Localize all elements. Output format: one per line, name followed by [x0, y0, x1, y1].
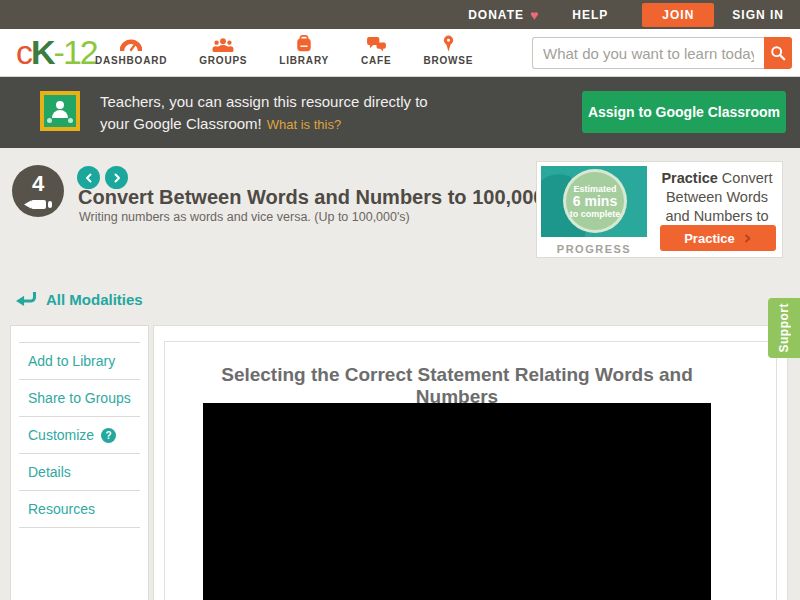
search-icon	[770, 45, 786, 61]
sidebar-item-customize[interactable]: Customize?	[19, 417, 140, 454]
nav-item-library[interactable]: LIBRARY	[279, 34, 329, 66]
logo-k: K	[31, 33, 54, 71]
banner-line2: your Google Classroom!	[100, 115, 262, 132]
banner-line2-wrap: your Google Classroom!What is this?	[100, 113, 428, 136]
dashboard-gauge-icon	[120, 34, 142, 52]
main-content-panel: Selecting the Correct Statement Relating…	[153, 325, 788, 600]
video-player[interactable]	[203, 403, 711, 600]
sign-in-link[interactable]: SIGN IN	[732, 8, 784, 22]
nav-item-browse[interactable]: BROWSE	[423, 34, 473, 66]
content-inner-box: Selecting the Correct Statement Relating…	[164, 341, 777, 600]
nav-items: DASHBOARD GROUPS LIBRARY CAFE	[95, 34, 473, 66]
what-is-this-link[interactable]: What is this?	[267, 117, 341, 132]
search-button[interactable]	[764, 37, 792, 69]
google-classroom-banner: Teachers, you can assign this resource d…	[0, 77, 800, 148]
banner-line1: Teachers, you can assign this resource d…	[100, 91, 428, 113]
nav-label: CAFE	[361, 55, 391, 66]
sidebar-item-share-to-groups[interactable]: Share to Groups	[19, 380, 140, 417]
nav-label: DASHBOARD	[95, 55, 167, 66]
estimated-label: Estimated	[573, 184, 616, 194]
ck12-logo[interactable]: cK-12	[16, 33, 97, 72]
nav-item-cafe[interactable]: CAFE	[361, 34, 391, 66]
sidebar-item-label: Resources	[28, 501, 95, 517]
nav-item-dashboard[interactable]: DASHBOARD	[95, 34, 167, 66]
classroom-person-head	[56, 101, 64, 109]
sidebar-item-add-to-library[interactable]: Add to Library	[19, 343, 140, 380]
practice-card: Estimated 6 mins to complete PROGRESS Pr…	[536, 161, 783, 258]
cafe-chat-icon	[366, 34, 387, 52]
sidebar-item-label: Add to Library	[28, 353, 115, 369]
content-heading: Selecting the Correct Statement Relating…	[203, 364, 711, 408]
library-backpack-icon	[295, 34, 313, 52]
nav-label: GROUPS	[199, 55, 247, 66]
classroom-side-figure-right	[68, 118, 73, 123]
all-modalities-link[interactable]: All Modalities	[14, 290, 143, 308]
sidebar-item-label: Share to Groups	[28, 390, 131, 406]
nav-item-groups[interactable]: GROUPS	[199, 34, 247, 66]
page-subtitle: Writing numbers as words and vice versa.…	[79, 210, 410, 224]
help-link[interactable]: HELP	[572, 8, 608, 22]
classroom-person-body	[52, 110, 68, 118]
sidebar-list: Add to Library Share to Groups Customize…	[11, 343, 148, 528]
support-tab-label: Support	[777, 303, 791, 353]
search-input[interactable]	[532, 37, 764, 69]
practice-card-title-bold: Practice	[661, 170, 717, 186]
banner-message: Teachers, you can assign this resource d…	[100, 91, 428, 136]
join-button[interactable]: JOIN	[642, 3, 714, 27]
nav-label: LIBRARY	[279, 55, 329, 66]
chevron-right-icon	[743, 233, 752, 244]
search-bar	[532, 37, 792, 69]
estimated-suffix: to complete	[570, 209, 621, 219]
progress-label: PROGRESS	[541, 243, 647, 255]
estimated-minutes: 6 mins	[573, 194, 617, 209]
back-arrow-icon	[14, 290, 37, 308]
top-utility-bar: DONATE ♥ HELP JOIN SIGN IN	[0, 0, 800, 29]
sidebar-item-resources[interactable]: Resources	[19, 491, 140, 528]
google-classroom-icon-inner	[44, 95, 76, 127]
help-question-icon[interactable]: ?	[101, 428, 116, 443]
sidebar: Add to Library Share to Groups Customize…	[10, 325, 149, 600]
nav-label: BROWSE	[423, 55, 473, 66]
logo-12: -12	[54, 33, 97, 71]
heart-icon: ♥	[530, 7, 538, 23]
support-tab[interactable]: Support	[768, 298, 800, 358]
practice-thumbnail[interactable]: Estimated 6 mins to complete	[541, 166, 647, 237]
sidebar-item-label: Customize	[28, 427, 94, 443]
page-title: Convert Between Words and Numbers to 100…	[78, 186, 544, 209]
groups-people-icon	[212, 34, 234, 52]
browse-bulb-icon	[442, 34, 455, 52]
ck12-lesson-page: DONATE ♥ HELP JOIN SIGN IN cK-12 DASHBOA…	[0, 0, 800, 600]
estimated-time-circle: Estimated 6 mins to complete	[563, 169, 627, 233]
all-modalities-label: All Modalities	[46, 291, 143, 308]
google-classroom-icon	[40, 91, 80, 131]
sidebar-item-label: Details	[28, 464, 71, 480]
lesson-number: 4	[12, 171, 64, 197]
main-nav: cK-12 DASHBOARD GROUPS LIBRARY	[0, 29, 800, 77]
assign-to-google-classroom-button[interactable]: Assign to Google Classroom	[582, 91, 786, 133]
chevron-left-icon	[83, 172, 95, 184]
practice-button-label: Practice	[684, 231, 735, 246]
donate-link[interactable]: DONATE ♥	[468, 7, 538, 23]
chevron-right-icon	[111, 172, 123, 184]
sidebar-item-details[interactable]: Details	[19, 454, 140, 491]
practice-button[interactable]: Practice	[660, 225, 776, 251]
donate-label: DONATE	[468, 8, 524, 22]
lesson-number-badge: 4	[12, 165, 64, 217]
crayon-icon	[23, 198, 53, 211]
classroom-side-figure-left	[47, 118, 52, 123]
logo-c: c	[16, 33, 31, 71]
